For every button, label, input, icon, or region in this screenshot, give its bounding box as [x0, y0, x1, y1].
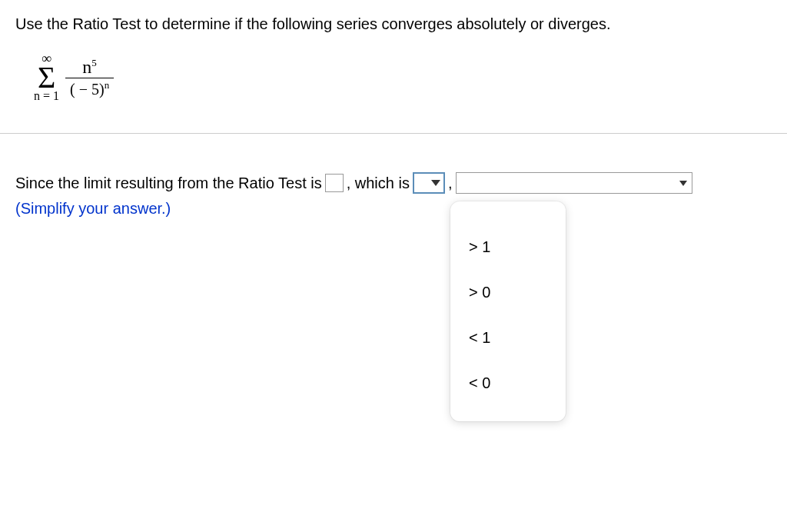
sigma-symbol: Σ	[38, 65, 55, 90]
sigma-block: ∞ Σ n = 1	[34, 52, 59, 102]
limit-value-input[interactable]	[325, 174, 344, 192]
answer-mid-text: , which is	[347, 175, 410, 192]
dropdown-option[interactable]: < 0	[450, 361, 566, 406]
answer-prefix-text: Since the limit resulting from the Ratio…	[15, 175, 322, 192]
chevron-down-icon	[431, 180, 440, 186]
chevron-down-icon	[679, 181, 687, 186]
answer-line: Since the limit resulting from the Ratio…	[15, 172, 772, 194]
dropdown-option[interactable]: > 1	[450, 224, 566, 270]
series-formula: ∞ Σ n = 1 n5 ( − 5)n	[34, 52, 772, 102]
denominator: ( − 5)n	[65, 78, 114, 97]
answer-section: Since the limit resulting from the Ratio…	[15, 172, 772, 218]
fraction: n5 ( − 5)n	[65, 58, 114, 97]
conclusion-dropdown[interactable]	[456, 172, 692, 194]
dropdown-option[interactable]: > 0	[450, 270, 566, 315]
comparison-dropdown-menu: > 1 > 0 < 1 < 0	[450, 201, 566, 421]
sigma-lower-limit: n = 1	[34, 90, 59, 102]
comma-text: ,	[448, 175, 453, 192]
dropdown-option[interactable]: < 1	[450, 315, 566, 361]
hint-text: (Simplify your answer.)	[15, 200, 772, 218]
numerator: n5	[78, 58, 101, 78]
section-divider	[0, 133, 787, 134]
question-text: Use the Ratio Test to determine if the f…	[15, 15, 772, 33]
comparison-dropdown[interactable]	[413, 172, 445, 194]
